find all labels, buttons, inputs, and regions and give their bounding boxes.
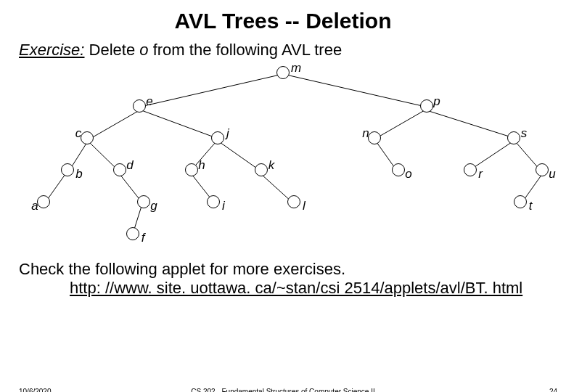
footer-course: CS 202 - Fundamental Structures of Compu…	[0, 388, 566, 392]
check-text: Check the following applet for more exer…	[0, 260, 566, 279]
node-label-f: f	[142, 231, 145, 245]
svg-line-5	[427, 110, 514, 138]
node-k	[255, 163, 268, 176]
footer-page-number: 24	[549, 388, 557, 392]
node-label-m: m	[291, 61, 301, 75]
tree-edges	[0, 60, 566, 256]
node-n	[368, 131, 381, 144]
svg-line-16	[261, 174, 292, 202]
node-label-e: e	[146, 94, 152, 109]
node-d	[113, 163, 126, 176]
node-c	[81, 131, 94, 144]
svg-line-4	[377, 110, 424, 138]
node-label-i: i	[222, 199, 225, 213]
node-label-l: l	[303, 199, 305, 213]
page-title: AVL Trees -- Deletion	[0, 0, 566, 33]
exercise-label: Exercise:	[19, 41, 84, 59]
node-s	[507, 131, 520, 144]
node-label-p: p	[433, 94, 440, 109]
applet-link[interactable]: http: //www. site. uottawa. ca/~stan/csi…	[0, 279, 566, 298]
node-label-c: c	[75, 126, 82, 141]
node-e	[133, 99, 146, 113]
node-label-u: u	[549, 167, 555, 181]
svg-line-2	[91, 110, 139, 138]
node-f	[126, 227, 139, 240]
node-r	[464, 163, 477, 176]
node-j	[211, 131, 224, 144]
node-label-j: j	[226, 126, 229, 141]
node-label-k: k	[268, 158, 275, 173]
node-i	[207, 195, 220, 208]
node-g	[137, 195, 150, 208]
svg-line-1	[283, 74, 422, 106]
svg-line-7	[89, 142, 118, 170]
node-l	[287, 195, 300, 208]
node-t	[514, 195, 527, 208]
svg-line-9	[220, 142, 259, 170]
node-p	[420, 99, 433, 113]
node-label-n: n	[362, 126, 369, 141]
node-m	[276, 66, 290, 79]
node-b	[61, 163, 74, 176]
node-label-g: g	[150, 199, 157, 213]
svg-line-0	[144, 74, 283, 106]
node-a	[37, 195, 50, 208]
node-label-t: t	[529, 199, 533, 213]
node-o	[392, 163, 405, 176]
node-label-d: d	[126, 158, 133, 173]
node-label-h: h	[198, 158, 205, 173]
svg-line-11	[470, 142, 512, 170]
node-label-r: r	[478, 167, 483, 181]
exercise-target: o	[139, 41, 148, 59]
avl-tree-diagram: m e p c j n s b d h k o r u a g i l t f	[0, 60, 566, 256]
node-u	[536, 163, 549, 176]
exercise-post: from the following AVL tree	[149, 41, 343, 59]
svg-line-3	[142, 110, 216, 138]
exercise-pre: Delete	[84, 41, 139, 59]
node-h	[185, 163, 198, 176]
exercise-line: Exercise: Delete o from the following AV…	[0, 33, 566, 60]
node-label-s: s	[521, 126, 528, 141]
node-label-o: o	[405, 167, 411, 181]
node-label-a: a	[31, 199, 38, 213]
node-label-b: b	[75, 167, 82, 181]
